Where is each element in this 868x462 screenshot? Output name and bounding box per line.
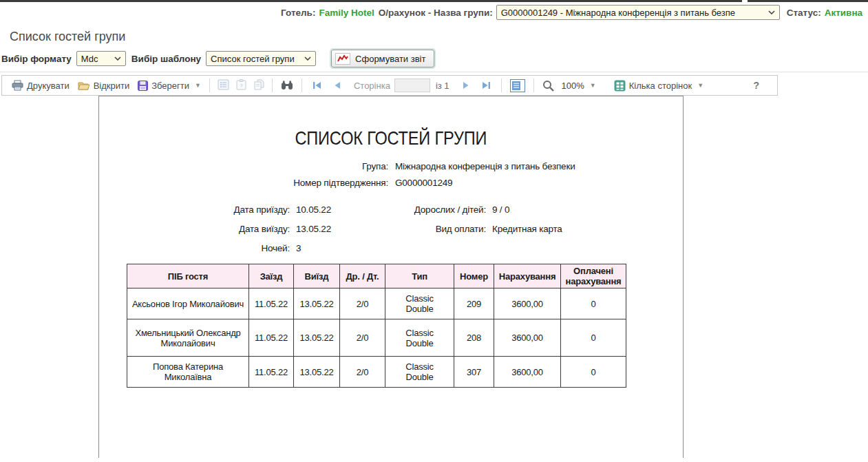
confirmation-value: G0000001249 <box>395 178 452 188</box>
generate-report-label: Сформувати звіт <box>355 54 425 64</box>
copy-pages-icon <box>253 79 264 92</box>
open-button[interactable]: Відкрити <box>74 78 134 93</box>
report-parameters-icon <box>218 79 229 92</box>
report-title: СПИСОК ГОСТЕЙ ГРУПИ <box>295 127 487 149</box>
departure-label: Дата виїзду: <box>99 224 290 234</box>
group-select-value: G0000001249 - Міжнародна конференція з п… <box>501 8 735 18</box>
printer-icon <box>12 80 23 91</box>
first-page-button[interactable] <box>313 81 321 90</box>
template-label: Вибір шаблону <box>131 54 201 64</box>
room-number: 209 <box>454 288 494 319</box>
departure-value: 13.05.22 <box>296 224 399 234</box>
chevron-down-icon: ▼ <box>590 82 596 89</box>
status-label: Статус: <box>787 8 821 18</box>
charges: 3600,00 <box>494 357 561 388</box>
page-number-input[interactable] <box>394 78 430 92</box>
divider <box>0 72 868 72</box>
adults-children: 2/0 <box>340 288 385 319</box>
document-map-toggle[interactable] <box>506 77 529 94</box>
charges: 3600,00 <box>494 288 561 319</box>
format-select[interactable]: Mdc <box>76 51 126 66</box>
room-type: Classic Double <box>385 319 454 357</box>
zoom-control[interactable]: 100% ▼ <box>538 78 600 94</box>
open-label: Відкрити <box>94 81 130 91</box>
separator <box>209 78 210 92</box>
confirmation-label: Номер підтвердження: <box>99 178 388 188</box>
room-type: Classic Double <box>385 288 454 319</box>
checkout-date: 13.05.22 <box>294 288 340 319</box>
checkin-date: 11.05.22 <box>249 288 294 319</box>
save-button[interactable]: Зберегти ▼ <box>134 78 205 93</box>
arrival-value: 10.05.22 <box>296 204 399 215</box>
guest-name: Хмельницький Олександр Миколайович <box>127 319 249 357</box>
guests-table: ПІБ гостя Заїзд Виїзд Др. / Дт. Тип Номе… <box>127 264 626 388</box>
svg-text:?: ? <box>240 82 243 88</box>
chevron-down-icon: ▼ <box>697 82 703 89</box>
format-select-value: Mdc <box>81 54 98 64</box>
binoculars-icon <box>281 81 293 90</box>
grid-icon <box>614 80 626 92</box>
table-row: Попова Катерина Миколаївна 11.05.22 13.0… <box>127 357 626 388</box>
hotel-label: Готель: <box>281 8 315 18</box>
group-label: Група: <box>99 161 388 171</box>
guest-name: Попова Катерина Миколаївна <box>127 357 249 388</box>
format-label: Вибір формату <box>1 54 72 64</box>
payment-value: Кредитная карта <box>492 224 562 234</box>
template-select-value: Список гостей групи <box>211 54 295 64</box>
separator <box>272 78 273 92</box>
room-type: Classic Double <box>385 357 454 388</box>
checkout-date: 13.05.22 <box>294 357 340 388</box>
open-folder-icon <box>78 81 90 91</box>
checkin-date: 11.05.22 <box>249 357 294 388</box>
nights-label: Ночей: <box>99 243 290 253</box>
print-button[interactable]: Друкувати <box>8 78 74 93</box>
paid-charges: 0 <box>561 357 626 388</box>
report-page: СПИСОК ГОСТЕЙ ГРУПИ Група: Міжнародна ко… <box>98 96 684 458</box>
col-header-room-type: Тип <box>385 264 454 288</box>
last-page-button[interactable] <box>482 81 491 90</box>
clipboard-help-icon: ? <box>236 79 246 92</box>
page-count-label: із 1 <box>436 81 449 91</box>
status-value: Активна <box>825 8 862 18</box>
find-button[interactable] <box>277 78 297 92</box>
col-header-room-number: Номер <box>454 264 494 288</box>
help-button[interactable]: ? <box>753 80 759 91</box>
multipage-control[interactable]: Кілька сторінок ▼ <box>610 78 708 94</box>
hotel-name: Family Hotel <box>319 8 374 18</box>
chevron-down-icon: ▼ <box>195 82 201 89</box>
adults-children: 2/0 <box>340 319 385 357</box>
top-status-bar: Готель: Family Hotel О/рахунок - Назва г… <box>0 2 868 23</box>
save-label: Зберегти <box>151 81 189 91</box>
checkout-date: 13.05.22 <box>294 319 340 357</box>
group-select[interactable]: G0000001249 - Міжнародна конференція з п… <box>496 5 780 20</box>
separator <box>533 78 534 92</box>
multipage-label: Кілька сторінок <box>629 81 692 91</box>
save-floppy-icon <box>138 81 148 91</box>
col-header-adults-children: Др. / Дт. <box>340 264 385 288</box>
table-row: Хмельницький Олександр Миколайович 11.05… <box>127 319 626 357</box>
table-header-row: ПІБ гостя Заїзд Виїзд Др. / Дт. Тип Номе… <box>127 264 626 288</box>
page-label: Сторінка <box>354 81 390 91</box>
col-header-paid-charges: Оплачені нарахування <box>561 264 626 288</box>
chart-icon <box>335 53 350 65</box>
chevron-down-icon <box>304 56 311 61</box>
document-map-icon <box>510 79 525 92</box>
col-header-checkin: Заїзд <box>249 264 294 288</box>
adults-value: 9 / 0 <box>492 204 509 215</box>
next-page-button[interactable] <box>463 81 469 90</box>
col-header-name: ПІБ гостя <box>127 264 249 288</box>
template-select[interactable]: Список гостей групи <box>206 51 316 66</box>
room-number: 208 <box>454 319 494 357</box>
account-group-label: О/рахунок - Назва групи: <box>379 8 493 18</box>
separator <box>501 78 502 92</box>
zoom-value: 100% <box>562 81 584 91</box>
chevron-down-icon <box>768 10 775 14</box>
page-title: Список гостей групи <box>10 30 868 44</box>
guest-name: Аксьонов Ігор Миколайович <box>127 288 249 319</box>
paid-charges: 0 <box>561 288 626 319</box>
generate-report-button[interactable]: Сформувати звіт <box>331 50 434 67</box>
paid-charges: 0 <box>561 319 626 357</box>
previous-page-button[interactable] <box>334 81 341 90</box>
table-row: Аксьонов Ігор Миколайович 11.05.22 13.05… <box>127 288 626 319</box>
viewer-toolbar: Друкувати Відкрити Зберегти ▼ ? <box>1 75 778 96</box>
